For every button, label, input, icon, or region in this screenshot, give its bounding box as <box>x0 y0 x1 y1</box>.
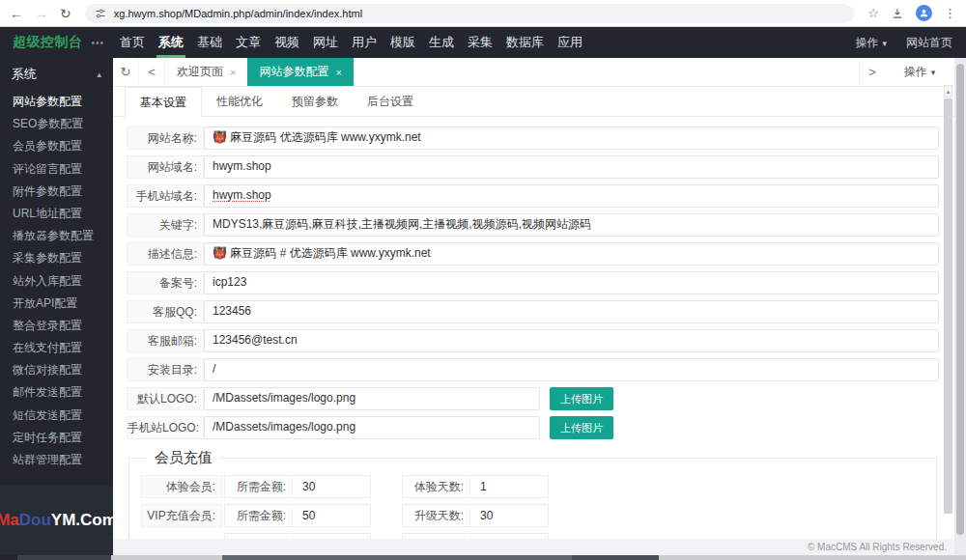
site-name-input[interactable]: 👹 麻豆源码 优选源码库 www.yxymk.net <box>204 126 939 150</box>
main-panel: ↻ < 欢迎页面 × 网站参数配置 × > 操作▾ 基本设置 性能优化 预留参数… <box>113 58 954 555</box>
site-home-link[interactable]: 网站首页 <box>906 35 952 51</box>
sidebar-item-player-config[interactable]: 播放器参数配置 <box>0 225 113 247</box>
close-icon[interactable]: × <box>335 67 341 78</box>
sidebar-item-sms-config[interactable]: 短信发送配置 <box>0 405 113 427</box>
nav-item-database[interactable]: 数据库 <box>499 27 551 58</box>
nav-item-home[interactable]: 首页 <box>113 27 152 58</box>
close-icon[interactable]: × <box>230 67 236 78</box>
keywords-input[interactable]: MDYS13,麻豆源码,麻豆科技,主播视频网,主播视频,视频源码,视频网站源码 <box>204 213 939 237</box>
sidebar-item-attachment-config[interactable]: 附件参数配置 <box>0 181 113 203</box>
icp-number-input[interactable]: icp123 <box>204 271 939 294</box>
nav-item-video[interactable]: 视频 <box>268 27 306 58</box>
address-bar[interactable]: xg.hwym.shop/MDadmin.php/admin/index/ind… <box>85 4 855 23</box>
download-icon[interactable] <box>891 7 904 20</box>
scrollbar-thumb[interactable] <box>572 555 659 560</box>
chevron-right-icon[interactable]: > <box>859 58 885 86</box>
mobile-logo-input[interactable]: /MDassets/images/logo.png <box>204 416 540 439</box>
tab-action-dropdown[interactable]: 操作▾ <box>885 58 954 86</box>
sidebar-item-collect-config[interactable]: 采集参数配置 <box>0 247 113 269</box>
mobile-domain-input[interactable]: hwym.shop <box>204 184 939 208</box>
settings-form: 网站名称:👹 麻豆源码 优选源码库 www.yxymk.net 网站域名:hwy… <box>113 117 954 555</box>
field-label: 默认LOGO: <box>127 387 204 410</box>
nav-item-article[interactable]: 文章 <box>229 27 268 58</box>
page-footer: © MacCMS All Rights Reserved. <box>113 539 954 555</box>
nav-item-generate[interactable]: 生成 <box>422 27 461 58</box>
console-brand[interactable]: 超级控制台 <box>0 34 92 51</box>
bookmark-star-icon[interactable]: ☆ <box>867 7 879 19</box>
refresh-tab-icon[interactable]: ↻ <box>113 58 139 86</box>
days-label: 体验天数: <box>403 476 470 497</box>
profile-avatar-icon[interactable] <box>916 5 932 21</box>
nav-item-website[interactable]: 网址 <box>306 27 345 58</box>
member-row-label: VIP充值会员: <box>141 504 222 527</box>
upload-image-button[interactable]: 上传图片 <box>550 387 613 410</box>
tab-label: 欢迎页面 <box>177 64 223 80</box>
default-logo-input[interactable]: /MDassets/images/logo.png <box>204 387 540 410</box>
horizontal-scrollbar[interactable] <box>0 555 966 560</box>
site-info-icon[interactable] <box>95 8 106 19</box>
more-dots-icon[interactable]: ••• <box>92 38 105 48</box>
sidebar-item-site-params[interactable]: 网站参数配置 <box>0 91 113 113</box>
browser-scrollbar[interactable] <box>954 58 966 555</box>
browser-menu-icon[interactable]: ⋮ <box>944 7 956 19</box>
service-qq-input[interactable]: 123456 <box>204 300 939 323</box>
top-nav: 首页 系统 基础 文章 视频 网址 用户 模版 生成 采集 数据库 应用 <box>113 27 589 58</box>
form-row: 手机站域名:hwym.shop <box>127 184 939 208</box>
content-scrollbar[interactable]: ▴ <box>944 85 952 514</box>
tab-welcome[interactable]: 欢迎页面 × <box>165 58 247 86</box>
scroll-up-icon[interactable]: ▴ <box>944 85 952 98</box>
reload-icon[interactable]: ↻ <box>60 7 71 20</box>
days-input[interactable]: 30 <box>470 505 548 526</box>
subtab-reserved-params[interactable]: 预留参数 <box>277 87 353 116</box>
nav-item-template[interactable]: 模版 <box>384 27 422 58</box>
nav-item-app[interactable]: 应用 <box>551 27 589 58</box>
nav-item-user[interactable]: 用户 <box>345 27 384 58</box>
logo-part-blue: Dou <box>19 511 51 530</box>
chevron-left-icon[interactable]: < <box>139 58 165 86</box>
nav-item-system[interactable]: 系统 <box>152 27 190 58</box>
sidebar-item-open-api-config[interactable]: 开放API配置 <box>0 293 113 315</box>
service-email-input[interactable]: 123456@test.cn <box>204 329 939 352</box>
nav-item-collect[interactable]: 采集 <box>461 27 499 58</box>
subtab-backend-settings[interactable]: 后台设置 <box>353 87 428 116</box>
sidebar-item-oauth-config[interactable]: 整合登录配置 <box>0 315 113 337</box>
caret-down-icon: ▾ <box>931 68 936 77</box>
scrollbar-thumb[interactable] <box>17 555 111 560</box>
site-domain-input[interactable]: hwym.shop <box>204 155 939 179</box>
upload-image-button[interactable]: 上传图片 <box>550 416 613 439</box>
sidebar-item-external-store-config[interactable]: 站外入库配置 <box>0 270 113 293</box>
sidebar-item-comment-config[interactable]: 评论留言配置 <box>0 158 113 181</box>
scrollbar-thumb[interactable] <box>222 555 572 560</box>
amount-input[interactable]: 50 <box>293 505 370 526</box>
days-input[interactable]: 1 <box>470 476 548 497</box>
sidebar-item-email-config[interactable]: 邮件发送配置 <box>0 381 113 404</box>
form-row: 备案号:icp123 <box>127 271 939 294</box>
sidebar-item-member-params[interactable]: 会员参数配置 <box>0 135 113 157</box>
sidebar-item-cron-config[interactable]: 定时任务配置 <box>0 427 113 449</box>
field-label: 描述信息: <box>127 242 204 266</box>
caret-up-icon: ▴ <box>97 70 101 79</box>
sidebar-item-wechat-config[interactable]: 微信对接配置 <box>0 359 113 381</box>
subtab-basic-settings[interactable]: 基本设置 <box>125 87 202 117</box>
admin-header: 超级控制台 ••• 首页 系统 基础 文章 视频 网址 用户 模版 生成 采集 … <box>0 27 966 58</box>
scrollbar-thumb[interactable] <box>956 64 964 535</box>
form-row: 网站域名:hwym.shop <box>127 155 939 179</box>
sidebar-item-sitegroup-config[interactable]: 站群管理配置 <box>0 449 113 471</box>
field-label: 网站名称: <box>127 126 204 150</box>
description-input[interactable]: 👹 麻豆源码 # 优选源码库 www.yxymk.net <box>204 242 939 266</box>
header-action-dropdown[interactable]: 操作▾ <box>855 35 887 51</box>
sidebar-item-payment-config[interactable]: 在线支付配置 <box>0 337 113 359</box>
sidebar-group-system[interactable]: 系统 ▴ <box>0 58 113 91</box>
field-label: 备案号: <box>127 271 204 294</box>
scrollbar-thumb[interactable] <box>944 98 952 514</box>
tab-site-params[interactable]: 网站参数配置 × <box>247 58 353 86</box>
amount-input[interactable]: 30 <box>293 476 370 497</box>
sidebar-item-seo-params[interactable]: SEO参数配置 <box>0 113 113 135</box>
sidebar: 系统 ▴ 网站参数配置 SEO参数配置 会员参数配置 评论留言配置 附件参数配置… <box>0 58 113 555</box>
back-icon[interactable]: ← <box>10 7 23 20</box>
nav-item-basic[interactable]: 基础 <box>190 27 229 58</box>
install-dir-input[interactable]: / <box>204 358 939 381</box>
sidebar-item-url-config[interactable]: URL地址配置 <box>0 203 113 225</box>
subtab-performance[interactable]: 性能优化 <box>202 87 277 116</box>
forward-icon[interactable]: → <box>35 7 48 20</box>
